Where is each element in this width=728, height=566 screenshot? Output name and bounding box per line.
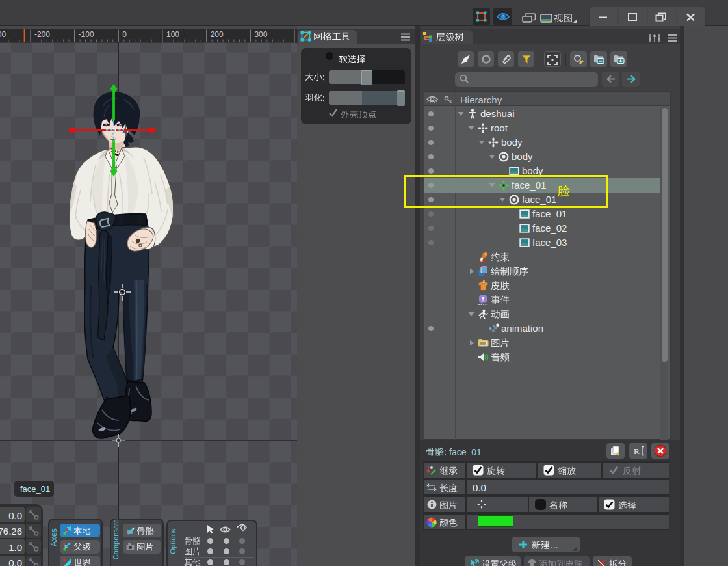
svg-text:200: 200 (211, 30, 224, 39)
svg-text:0: 0 (122, 30, 127, 39)
svg-text:300: 300 (254, 30, 267, 39)
svg-text:2: 2 (483, 280, 485, 284)
svg-text:-300: -300 (0, 30, 6, 39)
svg-text:-200: -200 (34, 30, 50, 39)
svg-text:-100: -100 (79, 30, 94, 39)
svg-text:100: 100 (166, 30, 179, 39)
